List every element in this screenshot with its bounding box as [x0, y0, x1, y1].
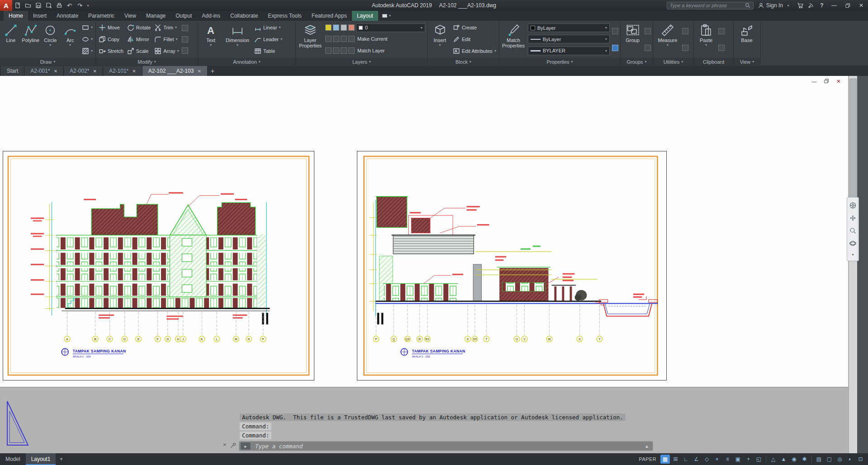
navbar-dropdown-icon[interactable]: ▾	[852, 253, 854, 257]
insert-dropdown-icon[interactable]: ▾	[439, 43, 441, 47]
stretch-button[interactable]: Stretch	[97, 45, 125, 57]
erase-icon[interactable]	[182, 25, 188, 31]
polar-tracking-icon[interactable]: ∠	[692, 455, 701, 464]
lineweight-dropdown[interactable]: BYLAYER ▾	[528, 47, 610, 55]
layout1-tab[interactable]: Layout1	[26, 453, 56, 465]
ribbon-tab-collaborate[interactable]: Collaborate	[225, 11, 263, 21]
layer-color-icon[interactable]	[348, 24, 355, 31]
ribbon-tab-annotate[interactable]: Annotate	[52, 11, 83, 21]
new-icon[interactable]	[12, 0, 23, 11]
polyline-button[interactable]: Polyline	[21, 22, 40, 57]
scrollbar-thumb[interactable]	[849, 79, 857, 214]
trim-button[interactable]: Trim▾	[153, 22, 180, 33]
rectangle-button[interactable]: ▾	[81, 22, 94, 33]
base-button[interactable]: Base	[735, 22, 759, 57]
quick-properties-icon[interactable]: ▤	[814, 455, 824, 464]
dimension-button[interactable]: Dimension ▾	[223, 22, 252, 57]
copy-button[interactable]: Copy	[97, 33, 125, 45]
search-icon[interactable]	[745, 3, 750, 8]
tab-close-icon[interactable]: ✕	[93, 69, 96, 74]
workspace-icon[interactable]: ✱	[800, 455, 809, 464]
file-tab-start[interactable]: Start	[1, 66, 24, 76]
window-minimize-icon[interactable]: —	[827, 0, 841, 11]
osnap-icon[interactable]: ⌖	[712, 455, 722, 464]
layer-walk-icon[interactable]	[325, 47, 332, 54]
cut-icon[interactable]	[718, 28, 725, 34]
layer-freeze-icon[interactable]	[333, 24, 339, 31]
panel-label-layers[interactable]: Layers▾	[296, 58, 427, 66]
tab-close-icon[interactable]: ✕	[54, 69, 57, 74]
match-properties-button[interactable]: Match Properties	[501, 22, 526, 57]
group-button[interactable]: Group	[622, 22, 643, 57]
panel-label-modify[interactable]: Modify▾	[96, 58, 198, 66]
circle-button[interactable]: Circle ▾	[41, 22, 60, 57]
drawing-canvas[interactable]: — ✕ ▾	[0, 76, 868, 453]
dynamic-input-icon[interactable]: +	[744, 455, 753, 464]
measure-button[interactable]: Measure ▾	[655, 22, 681, 57]
doc-close-icon[interactable]: ✕	[835, 78, 842, 85]
app-store-cart-icon[interactable]	[795, 0, 806, 11]
autoscale-icon[interactable]: ▲	[779, 455, 788, 464]
text-dropdown-icon[interactable]: ▾	[210, 43, 212, 47]
properties-palette-icon[interactable]	[612, 28, 618, 34]
layer-lock-tool-icon[interactable]	[341, 47, 347, 54]
quick-calc-icon[interactable]	[682, 28, 688, 34]
panel-label-properties[interactable]: Properties▾	[499, 58, 620, 66]
sign-in-button[interactable]: Sign In ▾	[758, 2, 791, 9]
save-as-icon[interactable]	[43, 0, 54, 11]
selection-cycling-icon[interactable]: ◱	[754, 455, 764, 464]
search-input[interactable]	[670, 3, 745, 8]
redo-icon[interactable]: ↷	[75, 0, 85, 11]
snap-icon[interactable]: ⊞	[671, 455, 680, 464]
ribbon-tab-layout[interactable]: Layout	[352, 11, 378, 21]
isodraft-icon[interactable]: ◇	[702, 455, 711, 464]
ribbon-display-toggle-icon[interactable]: ▾	[378, 11, 395, 21]
id-point-icon[interactable]	[682, 45, 688, 51]
panel-label-groups[interactable]: Groups▾	[621, 58, 653, 66]
grid-icon[interactable]: ▦	[660, 455, 670, 464]
doc-restore-icon[interactable]	[823, 79, 830, 85]
layer-off-icon[interactable]	[348, 36, 355, 42]
ellipse-button[interactable]: ▾	[81, 33, 94, 45]
layer-dropdown-caret-icon[interactable]: ▾	[421, 26, 422, 30]
ribbon-tab-home[interactable]: Home	[4, 11, 28, 21]
tab-close-icon[interactable]: ✕	[132, 69, 136, 74]
layer-unisolate-icon[interactable]	[333, 36, 339, 42]
undo-icon[interactable]: ↶	[64, 0, 75, 11]
qat-dropdown-icon[interactable]: ▾	[85, 4, 91, 8]
match-layer-button[interactable]: Match Layer	[356, 45, 386, 56]
mirror-button[interactable]: Mirror	[126, 33, 152, 45]
layer-dropdown[interactable]: 0 ▾	[356, 23, 425, 32]
insert-button[interactable]: Insert ▾	[429, 22, 451, 57]
move-button[interactable]: Move	[97, 22, 125, 33]
graphics-performance-icon[interactable]: ◐	[845, 455, 855, 464]
leader-button[interactable]: Leader▾	[253, 33, 284, 45]
rotate-button[interactable]: Rotate	[126, 22, 152, 33]
ribbon-tab-express-tools[interactable]: Express Tools	[263, 11, 306, 21]
file-tab-a2-102-a2-103[interactable]: A2-102 ___A2-103✕	[142, 66, 208, 76]
ungroup-icon[interactable]	[645, 28, 651, 34]
circle-dropdown-icon[interactable]: ▾	[49, 43, 51, 47]
ribbon-tab-featured-apps[interactable]: Featured Apps	[307, 11, 352, 21]
paste-dropdown-icon[interactable]: ▾	[705, 43, 707, 47]
autocad-logo-icon[interactable]: A	[0, 0, 12, 11]
table-button[interactable]: Table	[253, 45, 284, 57]
ribbon-tab-insert[interactable]: Insert	[28, 11, 52, 21]
edit-attributes-button[interactable]: Edit Attributes▾	[451, 45, 498, 57]
linetype-dropdown[interactable]: ByLayer ▾	[528, 35, 610, 43]
window-close-icon[interactable]: ✕	[854, 0, 868, 11]
file-tab-a2-001[interactable]: A2-001*✕	[24, 66, 64, 76]
arc-button[interactable]: Arc ▾	[61, 22, 80, 57]
color-dropdown[interactable]: ByLayer ▾	[528, 23, 610, 32]
paper-space-label[interactable]: PAPER	[639, 456, 656, 462]
zoom-icon[interactable]	[849, 227, 856, 234]
ribbon-tab-parametric[interactable]: Parametric	[83, 11, 119, 21]
paste-button[interactable]: Paste ▾	[695, 22, 717, 57]
layer-lock-icon[interactable]	[341, 24, 347, 31]
command-input[interactable]: ▸ Type a command ▲	[239, 441, 653, 451]
search-box[interactable]	[667, 2, 754, 9]
sign-in-dropdown-icon[interactable]: ▾	[785, 4, 791, 8]
file-tab-a2-002[interactable]: A2-002*✕	[64, 66, 103, 76]
save-icon[interactable]	[33, 0, 43, 11]
vertical-scrollbar[interactable]	[849, 76, 857, 453]
